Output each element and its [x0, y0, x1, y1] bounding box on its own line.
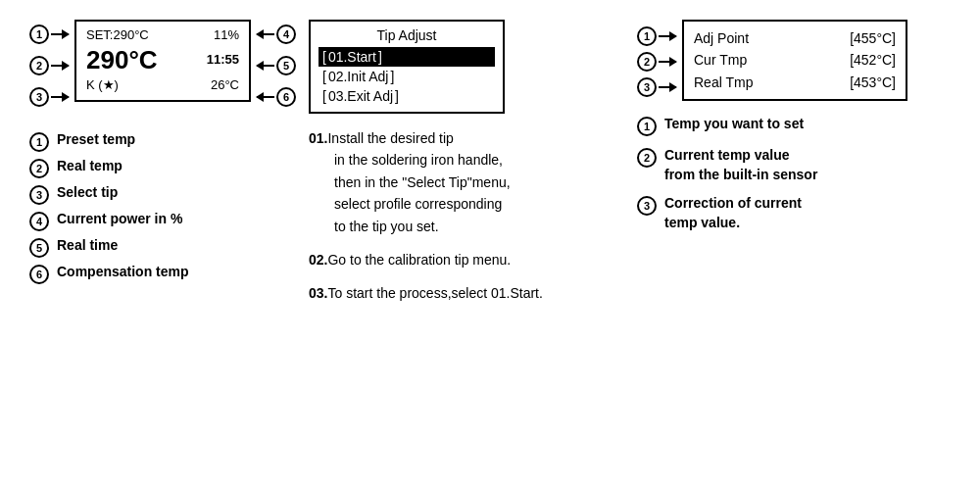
- r-arrow-row-3: 3: [637, 76, 678, 98]
- circle-2: 2: [29, 56, 49, 75]
- display-row-1: SET:290°C 11%: [86, 27, 239, 44]
- cur-tmp-value: [452°C]: [850, 49, 896, 71]
- arrow-row-6: 6: [255, 85, 296, 109]
- menu-item-1-label: 01.Start: [328, 49, 376, 65]
- r-arrow-right-3: [659, 86, 676, 88]
- label-text-4: Current power in %: [57, 211, 182, 226]
- menu-item-1[interactable]: [ 01.Start ]: [318, 47, 495, 67]
- arrow-row-4: 4: [255, 23, 296, 46]
- real-temp-value: 290°C: [86, 44, 158, 77]
- label-item-1: 1 Preset temp: [29, 131, 189, 152]
- right-arrow-group: 4 5 6: [255, 23, 296, 109]
- label-text-3: Select tip: [57, 184, 118, 200]
- right-arrow-col: 1 2 3: [637, 25, 678, 98]
- label-circle-3: 3: [29, 185, 49, 205]
- tip-adjust-title: Tip Adjust: [318, 27, 495, 43]
- time-value: 11:55: [207, 52, 239, 69]
- main-display: SET:290°C 11% 290°C 11:55 K (★) 26°C: [74, 20, 251, 102]
- left-label-list: 1 Preset temp 2 Real temp 3 Select tip 4…: [29, 131, 189, 284]
- label-text-5: Real time: [57, 237, 118, 253]
- instruction-03: 03.To start the process,select 01.Start.: [309, 282, 543, 304]
- r-circle-3: 3: [637, 77, 657, 97]
- menu-item-3[interactable]: [ 03.Exit Adj ]: [318, 86, 495, 106]
- arrow-right-2: [51, 65, 69, 67]
- menu-item-2-label: 02.Init Adj: [328, 69, 389, 84]
- label-text-6: Compensation temp: [57, 264, 189, 279]
- left-arrow-group: 1 2 3: [29, 23, 71, 109]
- right-label-text-3: Correction of currenttemp value.: [664, 194, 802, 232]
- label-item-5: 5 Real time: [29, 237, 189, 258]
- instruction-02-text: 02.Go to the calibration tip menu.: [309, 249, 543, 270]
- right-label-3: 3 Correction of currenttemp value.: [637, 194, 817, 232]
- adj-row-1: Adj Point [455°C]: [694, 27, 896, 49]
- instruction-01: 01.Install the desired tip in the solder…: [309, 127, 543, 237]
- adj-row-2: Cur Tmp [452°C]: [694, 49, 896, 71]
- real-tmp-label: Real Tmp: [694, 72, 753, 93]
- left-panel: 1 2 3 SET:290°C 11% 290°C 11:55: [29, 20, 304, 284]
- arrow-row-3: 3: [29, 85, 71, 109]
- instruction-01-line1: 01.Install the desired tip: [309, 127, 543, 149]
- set-temp-label: SET:290°C: [86, 27, 149, 44]
- arrow-left-4: [257, 33, 274, 35]
- instruction-03-text: 03.To start the process,select 01.Start.: [309, 282, 543, 304]
- right-label-circle-1: 1: [637, 117, 657, 136]
- circle-3: 3: [29, 87, 49, 107]
- label-item-6: 6 Compensation temp: [29, 264, 189, 284]
- right-label-circle-2: 2: [637, 148, 657, 168]
- display-row-3: K (★) 26°C: [86, 77, 239, 94]
- right-label-1: 1 Temp you want to set: [637, 115, 817, 136]
- arrow-left-5: [257, 65, 274, 67]
- label-item-2: 2 Real temp: [29, 158, 189, 178]
- circle-5: 5: [276, 56, 296, 75]
- arrow-row-1: 1: [29, 23, 71, 46]
- instruction-01-line3: then in the "Select Tip"menu,: [309, 172, 543, 193]
- arrow-left-6: [257, 96, 274, 98]
- adj-point-label: Adj Point: [694, 27, 749, 49]
- menu-item-3-label: 03.Exit Adj: [328, 88, 393, 104]
- arrow-row-5: 5: [255, 54, 296, 77]
- r-circle-2: 2: [637, 52, 657, 72]
- display-with-arrows: 1 2 3 SET:290°C 11% 290°C 11:55: [29, 20, 296, 112]
- instruction-01-line4: select profile corresponding: [309, 193, 543, 215]
- label-circle-2: 2: [29, 159, 49, 178]
- right-label-circle-3: 3: [637, 196, 657, 216]
- label-item-4: 4 Current power in %: [29, 211, 189, 231]
- label-circle-1: 1: [29, 132, 49, 152]
- r-arrow-row-1: 1: [637, 25, 678, 47]
- circle-6: 6: [276, 87, 296, 107]
- label-item-3: 3 Select tip: [29, 184, 189, 205]
- menu-item-2[interactable]: [ 02.Init Adj ]: [318, 67, 495, 86]
- tip-label: K (★): [86, 77, 119, 94]
- arrow-right-1: [51, 33, 69, 35]
- right-label-text-2: Current temp valuefrom the built-in sens…: [664, 146, 817, 184]
- adj-point-value: [455°C]: [850, 27, 896, 49]
- adj-display: Adj Point [455°C] Cur Tmp [452°C] Real T…: [682, 20, 907, 101]
- r-circle-1: 1: [637, 26, 657, 46]
- right-display-with-arrows: 1 2 3 Adj Point [455°C] Cur Tmp [452°C]: [637, 20, 907, 115]
- middle-panel: Tip Adjust [ 01.Start ] [ 02.Init Adj ] …: [309, 20, 632, 317]
- instruction-02: 02.Go to the calibration tip menu.: [309, 249, 543, 270]
- right-panel: 1 2 3 Adj Point [455°C] Cur Tmp [452°C]: [637, 20, 951, 233]
- right-label-list: 1 Temp you want to set 2 Current temp va…: [637, 115, 817, 232]
- cur-tmp-label: Cur Tmp: [694, 49, 747, 71]
- right-label-text-1: Temp you want to set: [664, 115, 804, 134]
- r-arrow-row-2: 2: [637, 51, 678, 73]
- circle-1: 1: [29, 24, 49, 44]
- label-circle-4: 4: [29, 212, 49, 231]
- comp-temp: 26°C: [211, 77, 239, 94]
- display-row-2: 290°C 11:55: [86, 44, 239, 77]
- instruction-01-line5: to the tip you set.: [309, 216, 543, 237]
- instructions: 01.Install the desired tip in the solder…: [309, 127, 543, 317]
- instruction-01-line2: in the soldering iron handle,: [309, 149, 543, 171]
- power-value: 11%: [214, 27, 239, 44]
- label-text-2: Real temp: [57, 158, 122, 173]
- circle-4: 4: [276, 24, 296, 44]
- label-circle-5: 5: [29, 238, 49, 258]
- arrow-right-3: [51, 96, 69, 98]
- label-circle-6: 6: [29, 265, 49, 284]
- arrow-row-2: 2: [29, 54, 71, 77]
- real-tmp-value: [453°C]: [850, 72, 896, 93]
- r-arrow-right-1: [659, 35, 676, 37]
- right-label-2: 2 Current temp valuefrom the built-in se…: [637, 146, 817, 184]
- adj-row-3: Real Tmp [453°C]: [694, 72, 896, 93]
